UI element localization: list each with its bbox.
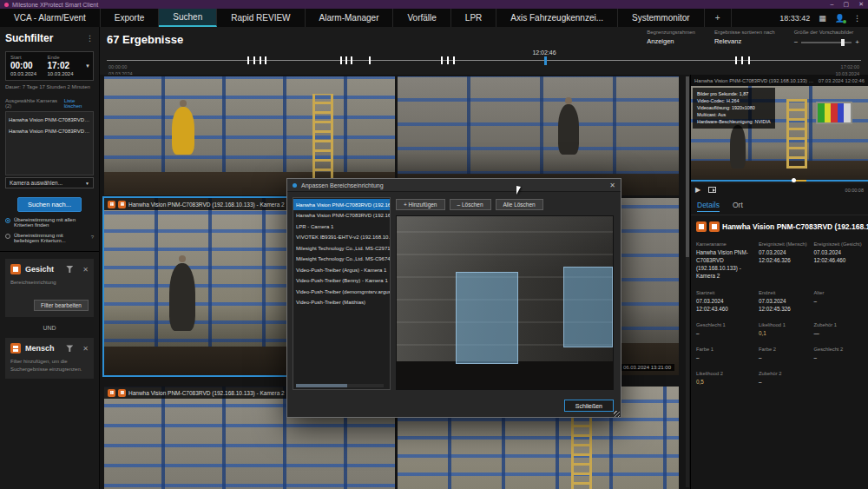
dialog-camera-item[interactable]: Milesight Technology Co.,Ltd. MS-C2971-X…: [293, 242, 390, 254]
dialog-resize-grip[interactable]: [614, 411, 620, 417]
playback-mode-icon[interactable]: [708, 187, 716, 193]
thumbnail-size-option: Größe der Vorschaubilder − +: [794, 30, 859, 46]
start-time: 00:00: [10, 61, 48, 70]
dialog-camera-item[interactable]: LPR - Camera 1: [293, 221, 390, 232]
filter-card-mensch: Mensch ✕ Filter hinzufügen, um die Suche…: [5, 338, 94, 379]
tab-ort[interactable]: Ort: [733, 201, 743, 212]
filter-funnel-icon[interactable]: [66, 345, 73, 352]
tab-systemmonitor[interactable]: Systemmonitor: [618, 9, 705, 27]
app-window: Milestone XProtect Smart Client – ▢ ✕ VC…: [0, 0, 868, 489]
match-all-criteria-radio[interactable]: Übereinstimmung mit allen Kriterien find…: [5, 217, 94, 228]
slider-handle[interactable]: [841, 39, 845, 46]
camera-list-item[interactable]: Hanwha Vision PNM-C7083RVD (192.168.10.1…: [6, 125, 93, 136]
results-timeline[interactable]: 12:02:46 00:: [107, 60, 861, 61]
match-any-criteria-radio[interactable]: Übereinstimmung mit beliebigem Kriterium…: [5, 233, 94, 243]
timeline-tick: [351, 56, 352, 64]
sort-option: Ergebnisse sortieren nach Relevanz: [714, 30, 775, 46]
dialog-titlebar[interactable]: Anpassen Bereichseinrichtung ✕: [287, 179, 621, 192]
tab-alarm-manager[interactable]: Alarm-Manager: [306, 9, 394, 27]
dialog-camera-item[interactable]: Video-Push-Treiber (Matthias): [293, 297, 390, 308]
tab-exporte[interactable]: Exporte: [101, 9, 159, 27]
close-button[interactable]: ✕: [858, 0, 864, 9]
timeline-tick: [253, 56, 255, 64]
ladder-decor: [786, 99, 807, 169]
playback-progress-bar[interactable]: [691, 179, 868, 183]
timeline-tick: [748, 56, 750, 64]
add-tab-button[interactable]: +: [705, 9, 732, 27]
menu-kebab-icon[interactable]: ⋮: [853, 14, 861, 23]
tab-rapid-review[interactable]: Rapid REVIEW: [217, 9, 305, 27]
zoom-out-icon[interactable]: −: [794, 38, 799, 46]
window-titlebar: Milestone XProtect Smart Client – ▢ ✕: [0, 0, 868, 9]
filter-name: Mensch: [25, 344, 62, 353]
clear-list-link[interactable]: Liste löschen: [64, 98, 94, 109]
timeline-tick: [265, 56, 266, 64]
tab-lpr[interactable]: LPR: [451, 9, 496, 27]
chevron-down-icon: ▼: [85, 181, 89, 186]
dialog-camera-item[interactable]: Video-Push-Treiber (demomgmtsrv.argus.eu…: [293, 286, 390, 297]
search-for-button[interactable]: Suchen nach...: [17, 197, 82, 212]
delete-zone-button[interactable]: – Löschen: [450, 199, 491, 210]
selected-cameras-list: Hanwha Vision PNM-C7083RVD (192.168.10.1…: [5, 111, 94, 175]
maximize-button[interactable]: ▢: [844, 0, 850, 9]
dialog-camera-item[interactable]: VIVOTEK IB9391-EHTV-v2 (192.168.10.132) …: [293, 232, 390, 243]
filter-subtitle: Filter hinzufügen, um die Suchergebnisse…: [10, 358, 89, 373]
tab-axis-kennzeichen[interactable]: Axis Fahrzeugkennzei...: [496, 9, 618, 27]
tab-vorfaelle[interactable]: Vorfälle: [393, 9, 450, 27]
help-icon[interactable]: ?: [91, 235, 94, 240]
camera-list-item[interactable]: Hanwha Vision PNM-C7083RVD (192.168.10.1…: [6, 114, 93, 125]
person-analytics-icon: [118, 201, 126, 208]
camera-select-dropdown[interactable]: Kamera auswählen... ▼: [5, 177, 94, 188]
person-analytics-icon: [10, 343, 21, 354]
person-figure: [169, 263, 195, 331]
stream-info-overlay: Bilder pro Sekunde: 1,87 Video-Codec: H.…: [693, 88, 775, 129]
dialog-close-icon[interactable]: ✕: [609, 182, 615, 189]
user-profile-icon[interactable]: 👤: [835, 14, 845, 23]
video-preview[interactable]: Bilder pro Sekunde: 1,87 Video-Codec: H.…: [691, 86, 868, 179]
radio-selected-icon: [5, 218, 10, 223]
face-analytics-icon: [108, 201, 115, 208]
time-range-picker[interactable]: Start 00:00 03.03.2024 Ende 17:02 10.03.…: [5, 51, 94, 81]
detail-fields: KameranameHanwha Vision PNM-C7083RVD (19…: [691, 235, 868, 393]
detail-field: Ereigniszeit (Gesicht)07.03.2024 12:02:4…: [813, 241, 863, 281]
filter-funnel-icon[interactable]: [66, 266, 73, 273]
remove-filter-icon[interactable]: ✕: [82, 266, 89, 274]
thumbnail-size-slider[interactable]: [801, 42, 852, 43]
dialog-camera-item[interactable]: Hanwha Vision PNM-C7083RVD (192.168.10.1…: [293, 210, 390, 221]
edit-filter-button[interactable]: Filter bearbeiten: [34, 300, 89, 311]
delete-all-zones-button[interactable]: Alle Löschen: [496, 199, 543, 210]
detection-zone-rect[interactable]: [456, 272, 518, 364]
tab-details[interactable]: Details: [697, 201, 720, 212]
radio-unselected-icon: [5, 234, 10, 239]
dialog-camera-item[interactable]: Milesight Technology Co.,Ltd. MS-C9674-P…: [293, 254, 390, 265]
dialog-close-button[interactable]: Schließen: [564, 400, 614, 412]
export-icon[interactable]: ▦: [819, 14, 826, 23]
dialog-camera-item[interactable]: Video-Push-Treiber (Argus) - Kamera 1: [293, 264, 390, 275]
remove-filter-icon[interactable]: ✕: [82, 345, 89, 353]
camera-select-placeholder: Kamera auswählen...: [10, 180, 62, 186]
chevron-down-icon: ▼: [85, 63, 90, 69]
playhead[interactable]: [792, 178, 796, 182]
minimize-button[interactable]: –: [831, 0, 834, 9]
start-date: 03.03.2024: [10, 71, 48, 76]
person-figure: [558, 104, 579, 155]
detail-field: Likelihood 20,5: [696, 371, 753, 386]
hscrollbar-thumb[interactable]: [296, 384, 347, 387]
sidebar-menu-icon[interactable]: ⋮: [86, 34, 94, 43]
scrollbar-thumb[interactable]: [686, 76, 689, 257]
dialog-list-hscrollbar[interactable]: [296, 384, 384, 387]
dialog-camera-item[interactable]: Video-Push-Treiber (Benny) - Kamera 1: [293, 275, 390, 287]
sort-value-dropdown[interactable]: Relevanz: [714, 37, 775, 45]
bbox-value-dropdown[interactable]: Anzeigen: [647, 37, 695, 45]
timeline-current-marker[interactable]: [544, 56, 547, 65]
results-scrollbar[interactable]: [686, 76, 689, 487]
playback-time: 00:00:08: [845, 188, 864, 193]
tab-suchen[interactable]: Suchen: [159, 9, 217, 27]
zoom-in-icon[interactable]: +: [855, 38, 859, 46]
zone-preview-canvas[interactable]: [396, 215, 614, 390]
dialog-camera-item[interactable]: Hanwha Vision PNM-C7083RVD (192.168.10.1…: [293, 199, 390, 210]
detection-zone-rect[interactable]: [563, 267, 613, 347]
play-button[interactable]: ▶: [695, 186, 700, 194]
add-zone-button[interactable]: + Hinzufügen: [396, 199, 445, 210]
tab-vca-alarm-event[interactable]: VCA - Alarm/Event: [0, 9, 101, 27]
